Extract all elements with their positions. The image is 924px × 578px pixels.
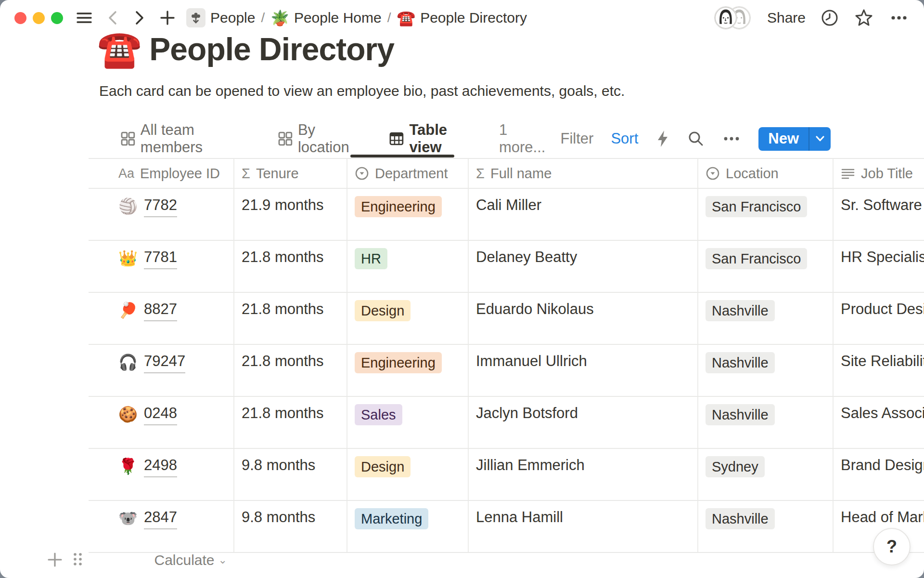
job-title-cell[interactable]: Site Reliability [834,345,924,396]
full-name-cell[interactable]: Jillian Emmerich [469,449,698,500]
tenure-cell[interactable]: 21.8 months [234,345,347,396]
employee-id-cell[interactable]: 👑7781 [89,241,234,292]
close-button[interactable] [14,12,26,24]
employee-id-cell[interactable]: 🏐7782 [89,189,234,240]
employee-id-link[interactable]: 2498 [144,455,177,477]
department-cell[interactable]: HR [347,241,469,292]
share-button[interactable]: Share [767,10,806,26]
department-cell[interactable]: Engineering [347,345,469,396]
page-icon-phone-emoji[interactable]: ☎️ [97,31,141,67]
column-header-tenure[interactable]: Σ Tenure [234,159,347,188]
employee-id-link[interactable]: 8827 [144,299,177,321]
tenure-cell[interactable]: 21.8 months [234,241,347,292]
job-title-cell[interactable]: Product Desig [834,293,924,344]
department-cell[interactable]: Engineering [347,189,469,240]
more-views-button[interactable]: 1 more... [496,121,561,156]
minimize-button[interactable] [33,12,45,24]
column-header-employee-id[interactable]: Aa Employee ID [89,159,234,188]
full-name-value: Delaney Beatty [476,249,577,265]
full-name-value: Lenna Hamill [476,509,563,525]
new-tab-icon[interactable] [159,10,176,26]
column-label: Employee ID [140,166,220,182]
back-icon[interactable] [105,9,120,26]
tab-by-location[interactable]: By location [271,124,378,153]
zoom-button[interactable] [51,12,63,24]
drag-handle-icon[interactable] [71,551,84,569]
viewer-avatars[interactable] [714,6,751,29]
employee-id-link[interactable]: 79247 [144,351,185,373]
search-icon[interactable] [687,130,705,147]
forward-icon[interactable] [132,9,147,26]
column-header-job-title[interactable]: Job Title [834,159,924,188]
lightning-icon[interactable] [655,130,670,148]
view-options-more-icon[interactable] [722,130,741,147]
job-title-cell[interactable]: Sr. Software E [834,189,924,240]
add-row-plus-icon[interactable] [46,551,64,570]
department-cell[interactable]: Design [347,293,469,344]
help-button[interactable]: ? [873,528,911,565]
sidebar-toggle-icon[interactable] [76,9,93,26]
sort-button[interactable]: Sort [611,130,638,147]
location-cell[interactable]: Nashville [698,293,834,344]
job-title-cell[interactable]: Brand Design [834,449,924,500]
department-badge: Engineering [355,196,442,217]
employee-id-cell[interactable]: 🏓8827 [89,293,234,344]
tenure-cell[interactable]: 21.9 months [234,189,347,240]
more-icon[interactable] [888,8,910,27]
full-name-value: Jillian Emmerich [476,457,585,473]
employee-id-cell[interactable]: 🐨2847 [89,501,234,552]
employee-id-cell[interactable]: 🌹2498 [89,449,234,500]
department-cell[interactable]: Sales [347,397,469,448]
page-description: Each card can be opened to view an emplo… [99,83,625,99]
people-table: Aa Employee ID Σ Tenure Department Σ Ful… [89,159,924,553]
employee-id-link[interactable]: 0248 [144,403,177,425]
tenure-cell[interactable]: 21.8 months [234,397,347,448]
full-name-cell[interactable]: Eduardo Nikolaus [469,293,698,344]
full-name-cell[interactable]: Lenna Hamill [469,501,698,552]
page-title: People Directory [149,31,394,67]
ping-pong-emoji-icon: 🏓 [118,300,138,321]
job-title-cell[interactable]: HR Specialist [834,241,924,292]
tab-all-team-members[interactable]: All team members [114,124,267,153]
location-cell[interactable]: Nashville [698,397,834,448]
full-name-cell[interactable]: Delaney Beatty [469,241,698,292]
clock-icon[interactable] [820,8,839,27]
tenure-cell[interactable]: 21.8 months [234,293,347,344]
job-title-cell[interactable]: Sales Associa [834,397,924,448]
department-cell[interactable]: Design [347,449,469,500]
location-cell[interactable]: San Francisco [698,189,834,240]
location-cell[interactable]: Nashville [698,345,834,396]
employee-id-cell[interactable]: 🍪0248 [89,397,234,448]
table-row: 🐨2847 9.8 months Marketing Lenna Hamill … [89,501,924,553]
text-property-icon [841,166,855,181]
column-header-full-name[interactable]: Σ Full name [469,159,698,188]
star-icon[interactable] [854,8,874,28]
new-button[interactable]: New [758,127,808,151]
column-header-department[interactable]: Department [347,159,469,188]
employee-id-cell[interactable]: 🎧79247 [89,345,234,396]
employee-id-link[interactable]: 2847 [144,507,177,529]
tab-table-view[interactable]: Table view [382,124,490,153]
formula-property-icon: Σ [476,166,485,182]
full-name-cell[interactable]: Cali Miller [469,189,698,240]
location-cell[interactable]: Sydney [698,449,834,500]
headphone-emoji-icon: 🎧 [118,352,138,373]
breadcrumb-people-directory[interactable]: ☎️ People Directory [397,10,526,26]
full-name-cell[interactable]: Immanuel Ullrich [469,345,698,396]
employee-id-link[interactable]: 7782 [144,195,177,217]
breadcrumb-people-home[interactable]: 🪴 People Home [270,10,381,26]
department-cell[interactable]: Marketing [347,501,469,552]
breadcrumb-label: People Directory [420,10,527,26]
employee-id-link[interactable]: 7781 [144,247,177,269]
tenure-cell[interactable]: 9.8 months [234,449,347,500]
location-cell[interactable]: Nashville [698,501,834,552]
location-cell[interactable]: San Francisco [698,241,834,292]
column-header-location[interactable]: Location [698,159,834,188]
filter-button[interactable]: Filter [561,130,594,147]
breadcrumb-people[interactable]: People [186,8,255,27]
calculate-dropdown[interactable]: Calculate ⌄ [89,552,227,568]
full-name-cell[interactable]: Jaclyn Botsford [469,397,698,448]
tenure-cell[interactable]: 9.8 months [234,501,347,552]
notion-window: People / 🪴 People Home / ☎️ People Direc… [0,0,924,578]
new-dropdown-chevron-icon[interactable] [808,127,831,151]
